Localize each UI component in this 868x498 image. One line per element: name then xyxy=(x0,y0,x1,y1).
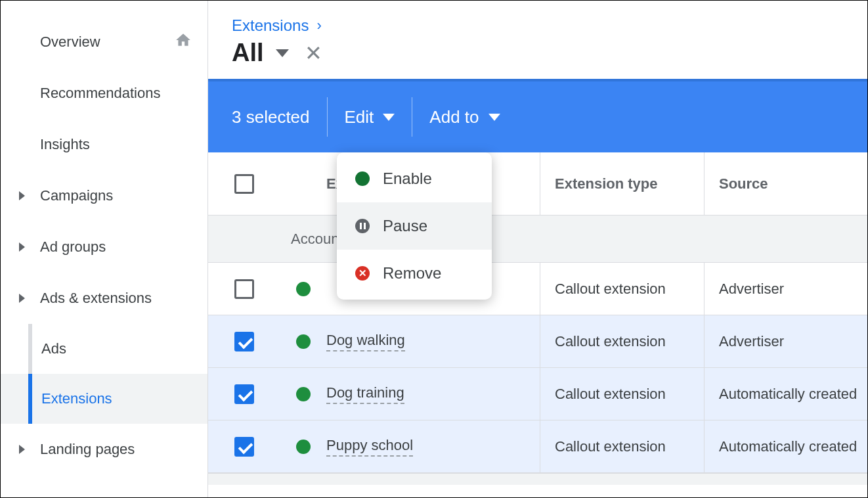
sidebar-item-label: Campaigns xyxy=(40,187,113,204)
sidebar-sub-label: Extensions xyxy=(41,390,112,407)
extension-name[interactable]: Puppy school xyxy=(326,437,413,457)
menu-item-label: Enable xyxy=(383,170,432,188)
caret-down-icon xyxy=(383,114,395,121)
breadcrumb[interactable]: Extensions › xyxy=(232,16,844,35)
enable-icon xyxy=(355,171,370,186)
table-group-row: Account xyxy=(208,215,867,263)
table-row: Dog walking Callout extension Advertiser xyxy=(208,315,867,368)
extension-source: Automatically created xyxy=(719,386,857,402)
sidebar-item-adgroups[interactable]: Ad groups xyxy=(1,221,207,273)
sidebar-item-label: Landing pages xyxy=(40,441,135,458)
row-checkbox[interactable] xyxy=(234,437,254,457)
sidebar-sub-label: Ads xyxy=(41,340,66,357)
addto-dropdown[interactable]: Add to xyxy=(429,107,500,127)
sidebar-item-landingpages[interactable]: Landing pages xyxy=(1,424,207,475)
edit-menu: Enable Pause ✕ Remove xyxy=(337,152,492,300)
sidebar-item-campaigns[interactable]: Campaigns xyxy=(1,170,207,221)
caret-down-icon xyxy=(488,114,500,121)
title-row: All ✕ xyxy=(232,39,844,67)
sidebar-item-label: Recommendations xyxy=(40,85,160,102)
col-source-header[interactable]: Source xyxy=(705,175,867,192)
home-icon xyxy=(175,32,192,53)
selection-toolbar: 3 selected Edit Add to xyxy=(208,79,867,152)
extension-source: Advertiser xyxy=(719,281,784,297)
select-all-checkbox[interactable] xyxy=(234,174,254,194)
table-row: Dog training Callout extension Automatic… xyxy=(208,368,867,420)
table-row: Callout extension Advertiser xyxy=(208,263,867,315)
chevron-right-icon xyxy=(19,242,25,252)
col-type-header[interactable]: Extension type xyxy=(540,152,705,215)
menu-item-enable[interactable]: Enable xyxy=(337,155,492,202)
pause-icon xyxy=(355,219,370,233)
status-enabled-icon xyxy=(296,282,311,296)
sidebar-item-label: Ad groups xyxy=(40,238,106,256)
sidebar-subgroup: Ads Extensions xyxy=(1,324,207,424)
main: Extensions › All ✕ 3 selected Edit Add t… xyxy=(208,1,867,497)
header-label: Source xyxy=(719,175,768,192)
extension-type: Callout extension xyxy=(555,438,666,455)
extension-type: Callout extension xyxy=(555,386,666,403)
edit-dropdown[interactable]: Edit xyxy=(345,107,395,127)
breadcrumb-label: Extensions xyxy=(232,16,309,35)
toolbar-separator xyxy=(327,97,328,137)
chevron-right-icon xyxy=(19,294,25,303)
sidebar-sub-extensions[interactable]: Extensions xyxy=(1,374,207,424)
menu-item-pause[interactable]: Pause xyxy=(337,202,492,250)
sidebar-item-ads-extensions[interactable]: Ads & extensions xyxy=(1,273,207,324)
row-checkbox[interactable] xyxy=(234,384,254,404)
page-title: All xyxy=(232,39,264,67)
selected-count: 3 selected xyxy=(232,107,310,127)
extension-name[interactable]: Dog training xyxy=(326,384,404,404)
sidebar-item-overview[interactable]: Overview xyxy=(1,16,207,68)
sidebar-item-insights[interactable]: Insights xyxy=(1,119,207,170)
sidebar: Overview Recommendations Insights Campai… xyxy=(1,1,208,497)
col-checkbox xyxy=(208,174,280,194)
group-label: Account xyxy=(291,231,343,248)
status-enabled-icon xyxy=(296,440,311,454)
edit-label: Edit xyxy=(345,107,374,127)
remove-icon: ✕ xyxy=(355,266,370,281)
sidebar-item-recommendations[interactable]: Recommendations xyxy=(1,68,207,119)
sidebar-sub-ads[interactable]: Ads xyxy=(1,324,207,374)
table-header-row: Extension Extension type Source xyxy=(208,152,867,215)
chevron-right-icon: › xyxy=(316,17,321,34)
sidebar-item-label: Ads & extensions xyxy=(40,290,152,307)
row-checkbox[interactable] xyxy=(234,279,254,299)
sidebar-item-label: Insights xyxy=(40,136,90,153)
extension-source: Automatically created xyxy=(719,438,857,455)
extension-type: Callout extension xyxy=(555,281,666,298)
chevron-right-icon xyxy=(19,191,25,200)
extension-name[interactable]: Dog walking xyxy=(326,332,405,351)
page-header: Extensions › All ✕ xyxy=(208,1,867,79)
table-row: Puppy school Callout extension Automatic… xyxy=(208,420,867,473)
status-enabled-icon xyxy=(296,387,311,401)
menu-item-remove[interactable]: ✕ Remove xyxy=(337,250,492,297)
extension-type: Callout extension xyxy=(555,333,666,350)
status-enabled-icon xyxy=(296,334,311,349)
table-footer-strip xyxy=(208,473,867,485)
table-wrap: Enable Pause ✕ Remove Extension xyxy=(208,152,867,497)
caret-down-icon[interactable] xyxy=(276,49,289,57)
row-checkbox[interactable] xyxy=(234,332,254,351)
header-label: Extension type xyxy=(555,175,657,192)
toolbar-separator xyxy=(412,97,412,137)
addto-label: Add to xyxy=(429,107,479,127)
extension-source: Advertiser xyxy=(719,333,784,350)
menu-item-label: Remove xyxy=(383,264,441,283)
close-icon[interactable]: ✕ xyxy=(305,41,322,66)
sidebar-item-label: Overview xyxy=(40,34,100,51)
menu-item-label: Pause xyxy=(383,217,427,235)
chevron-right-icon xyxy=(19,445,25,454)
